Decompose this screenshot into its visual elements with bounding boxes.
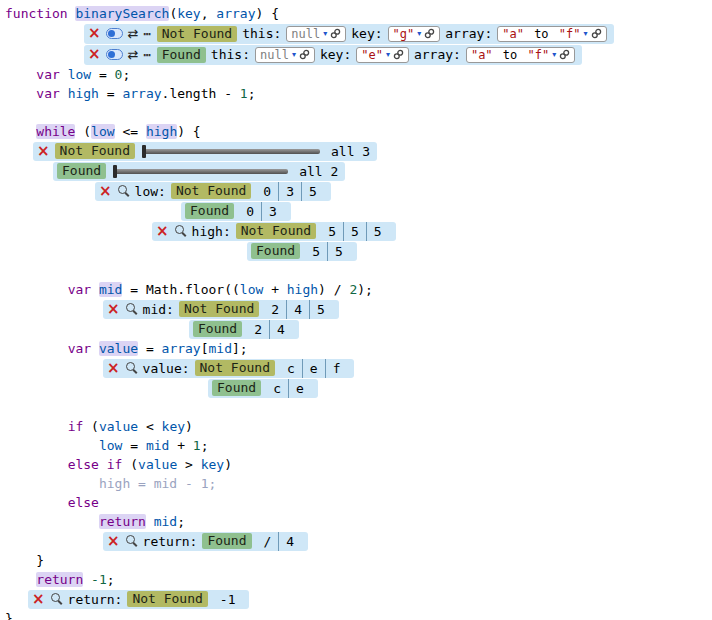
example-badge-found[interactable]: Found (193, 321, 242, 337)
more-options-icon[interactable]: ⋯ (143, 49, 151, 61)
dropdown-value: null (291, 27, 320, 41)
probe-values: cef (280, 359, 347, 378)
probe-row: ×value:Not Foundcef (5, 358, 712, 378)
probe-values: 035 (256, 182, 323, 201)
probed-expression[interactable]: return (99, 514, 146, 529)
code-token: key (177, 6, 200, 21)
dropdown-value: to (527, 27, 556, 41)
probe-value-cell: c (280, 359, 302, 378)
loop-iteration-slider-row: ×Not Foundall 3 (5, 141, 712, 161)
remove-button[interactable]: × (99, 184, 112, 199)
example-badge-not-found[interactable]: Not Found (55, 143, 135, 159)
param-value-dropdown[interactable]: "e"▾ (356, 47, 409, 63)
code-token: } (5, 611, 13, 620)
slider-thumb[interactable] (113, 165, 117, 178)
example-badge-not-found[interactable]: Not Found (157, 26, 237, 42)
link-icon[interactable] (299, 49, 310, 60)
remove-button[interactable]: × (107, 534, 120, 549)
code-token (146, 514, 154, 529)
probe-value-cell: 5 (321, 222, 343, 241)
remove-button[interactable]: × (156, 224, 169, 239)
code-token (5, 341, 68, 356)
code-line: } (5, 609, 712, 620)
code-token: + (169, 438, 192, 453)
probe-values: 55 (305, 242, 350, 261)
code-token (5, 67, 36, 82)
example-badge-found[interactable]: Found (57, 163, 106, 179)
probed-expression[interactable]: high (146, 124, 177, 139)
code-token: ); (357, 282, 373, 297)
remove-button[interactable]: × (107, 361, 120, 376)
link-icon[interactable] (591, 28, 602, 39)
probe-strip: ×return:Not Found-1 (28, 590, 249, 609)
code-token: key (201, 457, 224, 472)
code-token: var (68, 341, 99, 356)
swap-icon[interactable]: ⇄ (128, 48, 139, 61)
example-badge-not-found[interactable]: Not Found (236, 223, 316, 239)
probed-expression[interactable]: mid (99, 282, 122, 297)
more-options-icon[interactable]: ⋯ (143, 28, 151, 40)
code-token (5, 572, 36, 587)
example-badge-not-found[interactable]: Not Found (127, 591, 207, 607)
code-token: else if (68, 457, 123, 472)
example-badge-found[interactable]: Found (212, 380, 261, 396)
example-badge-found[interactable]: Found (157, 47, 206, 63)
remove-button[interactable]: × (32, 592, 45, 607)
probe-row: ×return:Not Found-1 (5, 589, 712, 609)
code-token: ( (83, 419, 99, 434)
code-token: var (36, 86, 67, 101)
code-editor[interactable]: function binarySearch(key, array) {×⇄⋯No… (0, 0, 712, 620)
code-token: = (91, 67, 114, 82)
param-value-dropdown[interactable]: null▾ (255, 47, 315, 63)
swap-icon[interactable]: ⇄ (128, 27, 139, 40)
probed-expression[interactable]: while (36, 124, 75, 139)
probed-expression[interactable]: low (91, 124, 114, 139)
example-badge-not-found[interactable]: Not Found (171, 183, 251, 199)
dropdown-caret-icon: ▾ (386, 51, 390, 59)
probed-expression[interactable]: binarySearch (75, 6, 169, 21)
probed-expression[interactable]: return (36, 572, 83, 587)
iteration-slider[interactable] (113, 169, 288, 174)
probe-strip: ×low:Not Found035 (95, 182, 331, 201)
remove-button[interactable]: × (88, 47, 101, 62)
param-value-dropdown[interactable]: "g"▾ (388, 26, 441, 42)
probe-values: 245 (264, 300, 331, 319)
link-icon[interactable] (393, 49, 404, 60)
param-label: array: (445, 26, 492, 41)
remove-button[interactable]: × (37, 144, 50, 159)
code-token (83, 572, 91, 587)
probe-row: ×mid:Not Found245 (5, 299, 712, 319)
probe-value-cell: 2 (264, 300, 286, 319)
slider-thumb[interactable] (142, 145, 146, 158)
param-value-dropdown[interactable]: null▾ (286, 26, 346, 42)
code-token (5, 419, 68, 434)
example-badge-not-found[interactable]: Not Found (179, 301, 259, 317)
example-enabled-toggle[interactable] (106, 49, 123, 60)
code-token: ( (75, 124, 91, 139)
param-value-dropdown[interactable]: "a" to "f"▾ (497, 26, 606, 42)
remove-button[interactable]: × (88, 26, 101, 41)
iteration-slider[interactable] (142, 149, 320, 154)
example-enabled-toggle[interactable] (106, 28, 123, 39)
probed-expression[interactable]: value (99, 341, 138, 356)
example-badge-found[interactable]: Found (185, 203, 234, 219)
link-icon[interactable] (330, 28, 341, 39)
code-token: Math.floor(( (146, 282, 240, 297)
code-token (5, 438, 99, 453)
remove-button[interactable]: × (107, 302, 120, 317)
link-icon[interactable] (424, 28, 435, 39)
blank-line (5, 103, 712, 122)
probe-values: 24 (247, 320, 292, 339)
code-token: var (36, 67, 67, 82)
probe-value-cell: 4 (278, 532, 301, 551)
probe-row: ×return:Found/4 (5, 531, 712, 551)
link-icon[interactable] (559, 49, 570, 60)
example-badge-found[interactable]: Found (251, 243, 300, 259)
code-token: ]; (232, 341, 248, 356)
param-value-dropdown[interactable]: "a" to "f"▾ (466, 47, 575, 63)
example-badge-not-found[interactable]: Not Found (195, 360, 275, 376)
example-badge-found[interactable]: Found (202, 533, 251, 549)
magnifier-icon (126, 535, 135, 544)
code-token: ) (185, 419, 193, 434)
probe-value-cell: 5 (327, 242, 350, 261)
